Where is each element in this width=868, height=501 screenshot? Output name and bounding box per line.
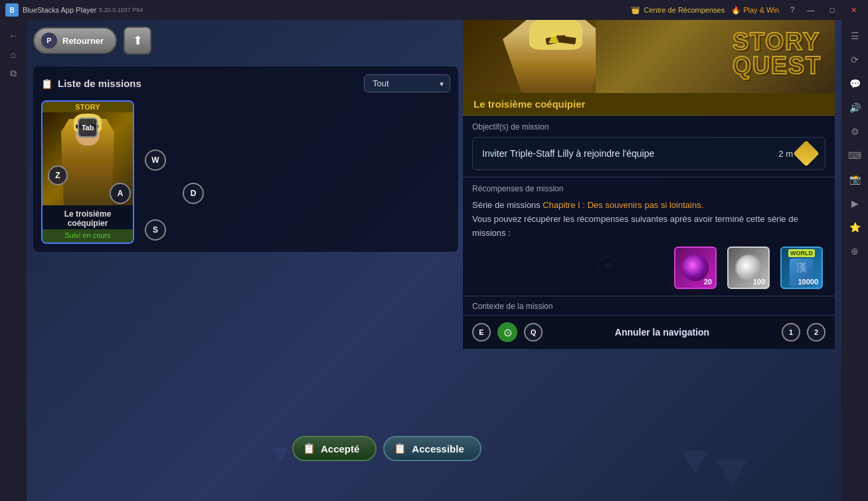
card-status: Suivi en cours: [43, 229, 133, 243]
fire-icon: 🔥: [731, 6, 740, 15]
d-key-hint: D: [183, 183, 204, 204]
quest-title: Le troisième coéquipier: [463, 93, 835, 116]
story-text: STORY: [733, 30, 822, 54]
accept-icon: 📋: [303, 443, 315, 454]
bottom-bar: E ⊙ Q Annuler la navigation 1 2: [463, 315, 835, 349]
z-key-hint: Z: [48, 165, 68, 185]
card-name: Le troisième coéquipier: [43, 205, 133, 229]
accept-button[interactable]: 📋 Accepté: [292, 436, 377, 461]
accessible-icon: 📋: [394, 443, 406, 454]
objective-distance: 2 m: [778, 149, 793, 159]
reward-icon-blue: WORLD 漢 10000: [780, 247, 823, 289]
close-button[interactable]: ✕: [844, 4, 863, 16]
2-key-hint: 2: [807, 323, 825, 342]
purple-item-icon: [682, 254, 709, 281]
action-buttons: 📋 Accepté 📋 Accessible: [292, 436, 481, 461]
app-version: 5.20.0.1037 P64: [99, 7, 143, 13]
q-key-hint: Q: [524, 323, 543, 342]
rewards-button[interactable]: 👑 Centre de Récompenses: [631, 6, 725, 15]
sidebar-icon-6[interactable]: ⌨: [845, 146, 864, 165]
minimize-button[interactable]: —: [802, 4, 820, 16]
mission-header: 📋 Liste de missions Tout Histoire Quotid…: [41, 74, 450, 92]
context-label: Contexte de la mission: [472, 302, 825, 311]
reward-count-blue: 10000: [798, 278, 818, 286]
nav-compass-icon: ⊙: [497, 322, 517, 342]
accessible-label: Accessible: [412, 443, 464, 454]
bg-triangle-2: [715, 459, 748, 488]
sidebar-icon-4[interactable]: 🔊: [845, 98, 864, 117]
quest-banner-character: [463, 20, 596, 93]
rewards-label: Centre de Récompenses: [644, 6, 725, 14]
right-sidebar: ☰ ⟳ 💬 🔊 ⚙ ⌨ 📸 ▶ ⭐ ⊕: [841, 20, 868, 501]
rewards-description: Vous pouvez récupérer les récompenses su…: [472, 214, 798, 238]
retourner-button[interactable]: P Retourner: [33, 27, 117, 54]
nav-home-icon[interactable]: ⌂: [4, 45, 23, 64]
p-key-icon: P: [41, 33, 57, 49]
titlebar: B BlueStacks App Player 5.20.0.1037 P64 …: [0, 0, 868, 20]
series-label: Série de missions: [472, 200, 541, 210]
quest-banner: STORY QUEST: [463, 20, 835, 93]
mission-title: 📋 Liste de missions: [41, 78, 141, 89]
tab-key-hint: Tab: [78, 118, 98, 138]
sidebar-icon-9[interactable]: ⭐: [845, 218, 864, 237]
bg-triangle-3: [272, 448, 288, 461]
window-controls: ? — □ ✕: [786, 3, 863, 17]
playnwin-button[interactable]: 🔥 Play & Win: [731, 6, 779, 15]
sidebar-icon-7[interactable]: 📸: [845, 170, 864, 189]
bluestacks-logo: B: [5, 3, 19, 17]
main-area: P Retourner ⬆ 📋 Liste de missions Tout H…: [27, 20, 841, 501]
sidebar-icon-2[interactable]: ⟳: [845, 50, 864, 69]
chapter-highlight: Chapitre I : Des souvenirs pas si lointa…: [543, 200, 703, 210]
diamond-icon: [793, 140, 820, 167]
maximize-button[interactable]: □: [823, 4, 841, 16]
silver-item-icon: [735, 254, 762, 281]
objective-text: Inviter Triple-Staff Lilly à rejoindre l…: [482, 148, 654, 159]
app-name: BlueStacks App Player: [23, 6, 96, 14]
story-label: STORY: [43, 102, 133, 112]
objectives-label: Objectif(s) de mission: [472, 122, 825, 132]
sidebar-icon-3[interactable]: 💬: [845, 74, 864, 93]
crown-icon: 👑: [631, 6, 640, 15]
mission-title-text: Liste de missions: [58, 78, 141, 89]
bg-triangle-1: [682, 451, 709, 474]
quest-text: QUEST: [733, 54, 822, 78]
s-key-hint: S: [145, 219, 166, 241]
help-button[interactable]: ?: [786, 3, 799, 17]
cancel-nav-button[interactable]: Annuler la navigation: [549, 327, 775, 338]
playnwin-label: Play & Win: [743, 6, 779, 14]
reward-item-silver: 100: [727, 247, 772, 289]
left-sidebar: ← ⌂ ⧉: [0, 20, 27, 501]
accessible-button[interactable]: 📋 Accessible: [383, 436, 481, 461]
quest-panel: STORY QUEST Le troisième coéquipier Obje…: [463, 20, 835, 349]
filter-wrapper[interactable]: Tout Histoire Quotidien Hebdomadaire ▼: [364, 74, 450, 92]
clipboard-icon: 📋: [41, 78, 52, 89]
cancel-nav-label: Annuler la navigation: [615, 327, 709, 338]
mission-panel: 📋 Liste de missions Tout Histoire Quotid…: [33, 66, 458, 252]
mission-filter-select[interactable]: Tout Histoire Quotidien Hebdomadaire: [364, 74, 450, 92]
objective-badge: 2 m: [778, 144, 816, 163]
reward-count-purple: 20: [704, 278, 712, 286]
rewards-section: Récompenses de mission Série de missions…: [463, 177, 835, 296]
reward-items: 20 100 WORLD 漢: [472, 247, 825, 289]
sidebar-icon-8[interactable]: ▶: [845, 194, 864, 213]
sidebar-icon-10[interactable]: ⊕: [845, 242, 864, 260]
retourner-label: Retourner: [62, 36, 104, 46]
sidebar-icon-1[interactable]: ☰: [845, 27, 864, 45]
nav-windows-icon[interactable]: ⧉: [4, 64, 23, 82]
objective-row: Inviter Triple-Staff Lilly à rejoindre l…: [472, 137, 825, 170]
sidebar-icon-5[interactable]: ⚙: [845, 122, 864, 141]
upload-button[interactable]: ⬆: [124, 27, 151, 54]
objectives-section: Objectif(s) de mission Inviter Triple-St…: [463, 116, 835, 177]
context-section: Contexte de la mission: [463, 296, 835, 311]
nav-back-icon[interactable]: ←: [4, 27, 23, 45]
mission-card[interactable]: STORY Tab Z Le troisième: [41, 100, 134, 244]
story-quest-logo: STORY QUEST: [733, 30, 822, 78]
reward-item-blue: WORLD 漢 10000: [780, 247, 825, 289]
reward-icon-purple: 20: [674, 247, 717, 289]
w-key-hint: W: [145, 150, 166, 171]
e-key-hint: E: [472, 323, 491, 342]
rewards-text: Série de missions Chapitre I : Des souve…: [472, 199, 825, 240]
accept-label: Accepté: [321, 443, 359, 454]
a-key-hint: A: [110, 183, 131, 204]
rewards-label: Récompenses de mission: [472, 184, 825, 193]
